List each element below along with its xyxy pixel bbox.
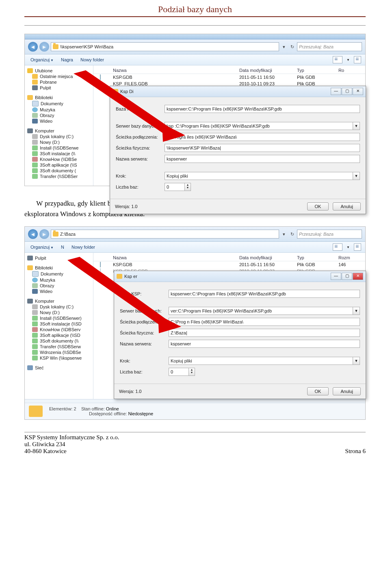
nav-music[interactable]: Muzyka	[40, 107, 55, 112]
preview-icon[interactable]	[354, 243, 361, 251]
nav-net6[interactable]: Transfer (\\SDBSerw	[40, 344, 81, 349]
nav-net5[interactable]: 3Soft dokumenty (	[40, 168, 76, 173]
view-icon[interactable]	[333, 243, 342, 251]
address-bar[interactable]: Z:\Baza	[51, 230, 279, 239]
nav-net1[interactable]: Install (\\SDBSerwe	[40, 145, 78, 150]
newfolder-button[interactable]: Nowy folder	[79, 56, 106, 63]
nav-net1[interactable]: Install (\\SDBSerwer)	[40, 316, 82, 321]
fav-label[interactable]: Ulubione	[35, 68, 52, 73]
baza-input[interactable]: kspserwer:C:\Program Files (x86)\KSP Win…	[169, 290, 360, 298]
nav-drive-c[interactable]: Dysk lokalny (C:)	[40, 304, 74, 309]
nav-pictures[interactable]: Obrazy	[40, 283, 54, 288]
address-bar[interactable]: \\kspserwer\KSP Win\Baza	[51, 42, 279, 51]
dropdown-icon[interactable]: ▼	[353, 122, 360, 130]
nav-pictures[interactable]: Obrazy	[40, 113, 54, 118]
count-input[interactable]: 0	[169, 368, 189, 376]
dropdown-icon[interactable]: ▼	[353, 307, 360, 315]
nav-computer[interactable]: Komputer	[35, 299, 54, 304]
nav-net3[interactable]: KnowHow (\\DBServ	[40, 327, 80, 332]
nav-network[interactable]: Sieć	[35, 365, 43, 370]
nav-net7[interactable]: Wdrozenia (\\SDBSe	[40, 350, 81, 355]
label: Krok:	[116, 174, 165, 178]
nav-drive-d[interactable]: Nowy (D:)	[40, 310, 60, 315]
view-icon[interactable]	[333, 56, 342, 63]
close-button[interactable]: ✕	[353, 88, 363, 95]
version-label: Wersja: 1.0	[119, 389, 141, 394]
nav-desktop[interactable]: Pulpit	[35, 256, 46, 260]
help-icon[interactable]	[354, 56, 361, 63]
spinner[interactable]: ▲▼	[189, 368, 195, 376]
count-input[interactable]: 0	[165, 183, 185, 191]
nav-net8[interactable]: KSP Win (\\kspserwe	[40, 356, 82, 360]
fwd-button[interactable]: ►	[39, 229, 49, 239]
conn-input[interactable]: C:\Progra iles (x86)\KSP Win\Baza\	[165, 133, 360, 141]
nav-music[interactable]: Muzyka	[40, 278, 55, 282]
dialog-title: Ksp er	[124, 274, 137, 279]
burn-button[interactable]: N	[59, 244, 66, 250]
fwd-button[interactable]: ►	[39, 42, 49, 52]
nav-net4[interactable]: 3Soft aplikacje (\\SD	[40, 333, 80, 338]
maximize-button[interactable]: ▢	[342, 88, 352, 95]
phys-input[interactable]: \\kspserwer\KSP Win\Baza|	[165, 144, 360, 152]
nav-libraries[interactable]: Biblioteki	[35, 95, 53, 100]
column-headers[interactable]: NazwaData modyfikacjiTypRozm	[93, 253, 365, 261]
nav-net6[interactable]: Transfer (\\SDBSer	[40, 174, 78, 179]
nav-drive-d[interactable]: Nowy (D:)	[40, 140, 60, 145]
nav-docs[interactable]: Dokumenty	[41, 101, 63, 106]
nav-recent[interactable]: Ostatnie miejsca	[40, 74, 73, 79]
name-input[interactable]: kspserwer	[169, 340, 360, 348]
server-input[interactable]: ver:C:\Program Files (x86)\KSP Win\Baza\…	[169, 307, 353, 315]
organize-button[interactable]: Organizuj▼	[29, 244, 55, 250]
nav-downloads[interactable]: Pobrane	[40, 80, 57, 85]
cancel-button[interactable]: Anuluj	[333, 202, 361, 210]
file-row[interactable]: KSP.GDB2011-05-11 16:50Plik GDB	[93, 74, 365, 80]
newfolder-button[interactable]: Nowy folder	[70, 244, 97, 250]
nav-net3[interactable]: KnowHow (\\DBSe	[40, 157, 77, 162]
dropdown-icon[interactable]: ▼	[353, 357, 360, 365]
label: Ścieżka podłączenia:	[116, 135, 165, 139]
nav-net4[interactable]: 3Soft aplikacje (\\S	[40, 163, 77, 167]
dropdown-icon[interactable]: ▾	[281, 44, 287, 50]
nav-video[interactable]: Wideo	[40, 119, 52, 124]
close-button[interactable]: ✕	[353, 273, 363, 280]
ok-button[interactable]: OK	[307, 387, 329, 395]
nav-computer[interactable]: Komputer	[35, 128, 54, 133]
refresh-icon[interactable]: ↻	[289, 44, 295, 50]
refresh-icon[interactable]: ↻	[289, 232, 295, 237]
spinner[interactable]: ▲▼	[185, 183, 191, 191]
dropdown-icon[interactable]: ▾	[281, 232, 287, 237]
app-icon	[117, 274, 122, 279]
file-row[interactable]: KSP.GDB2011-05-11 16:50Plik GDB146	[93, 261, 365, 268]
nav-net2[interactable]: 3Soft instalacje (\\	[40, 151, 75, 156]
name-input[interactable]: kspserwer	[165, 155, 360, 163]
step-input[interactable]: Kopiuj pliki	[169, 357, 353, 365]
search-input[interactable]: Przeszukaj: Baza	[297, 230, 362, 239]
ok-button[interactable]: OK	[307, 202, 329, 210]
search-input[interactable]: Przeszukaj: Baza	[297, 42, 362, 51]
dropdown-icon[interactable]: ▼	[353, 172, 360, 180]
back-button[interactable]: ◄	[28, 42, 38, 52]
back-button[interactable]: ◄	[28, 229, 38, 239]
nav-drive-c[interactable]: Dysk lokalny (C:)	[40, 134, 74, 139]
phys-input[interactable]: Z:\Baza|	[169, 329, 360, 337]
minimize-button[interactable]: —	[331, 273, 341, 280]
step-input[interactable]: Kopiuj pliki	[165, 172, 353, 180]
label: Krok:	[120, 358, 169, 363]
conn-input[interactable]: C:\Prog n Files (x86)\KSP Win\Baza\	[169, 318, 360, 326]
nav-net2[interactable]: 3Soft instalacje (\\SD	[40, 321, 82, 326]
server-input[interactable]: ksp :C:\Program Files (x86)\KSP Win\Baza…	[165, 122, 353, 130]
organize-button[interactable]: Organizuj▼	[29, 56, 55, 63]
nav-docs[interactable]: Dokumenty	[41, 271, 63, 276]
baza-input[interactable]: kspserwer:C:\Program Files (x86)\KSP Win…	[165, 105, 360, 113]
maximize-button[interactable]: ▢	[342, 273, 352, 280]
burn-button[interactable]: Nagra	[59, 56, 75, 63]
cancel-button[interactable]: Anuluj	[333, 387, 361, 395]
nav-net5[interactable]: 3Soft dokumenty (\\	[40, 338, 78, 343]
app-icon	[113, 89, 118, 94]
nav-video[interactable]: Wideo	[40, 289, 52, 294]
nav-libraries[interactable]: Biblioteki	[35, 265, 53, 270]
label: Serwer bazy danych:	[116, 124, 165, 128]
column-headers[interactable]: NazwaData modyfikacjiTypRo	[93, 65, 365, 74]
minimize-button[interactable]: —	[331, 88, 341, 95]
nav-desktop[interactable]: Pulpit	[40, 85, 51, 90]
